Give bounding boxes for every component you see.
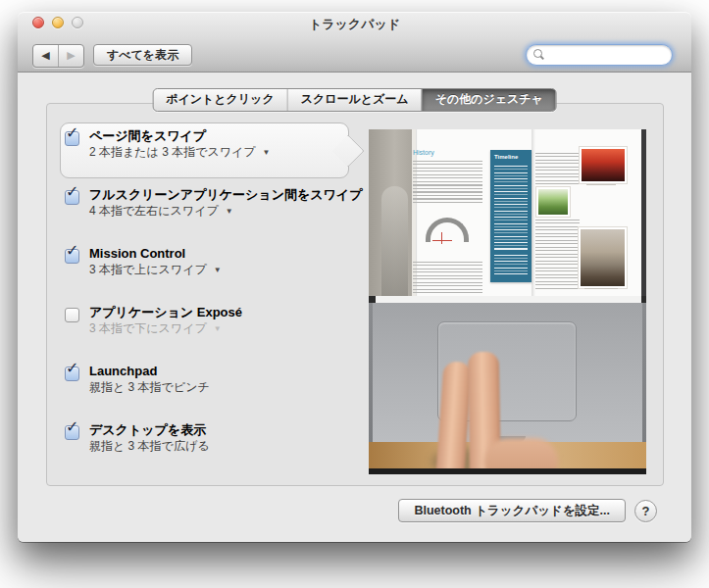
tab-more-gestures[interactable]: その他のジェスチャ bbox=[422, 89, 556, 111]
video-text-lines bbox=[535, 220, 580, 291]
gesture-option-dropdown[interactable]: 3 本指で下にスワイプ▼ bbox=[89, 320, 242, 337]
history-nav: ◀ ▶ bbox=[32, 44, 84, 68]
help-button[interactable]: ? bbox=[634, 500, 657, 522]
tab-bar: ポイントとクリック スクロールとズーム その他のジェスチャ bbox=[152, 88, 557, 112]
video-photo-tower-bridge bbox=[579, 227, 627, 288]
dropdown-arrow-icon: ▼ bbox=[263, 148, 271, 157]
trackpad-preferences-window: トラックパッド ◀ ▶ すべてを表示 ポイントとクリック スクロールとズーム そ… bbox=[18, 12, 691, 542]
window-body: ポイントとクリック スクロールとズーム その他のジェスチャ ✓ ページ間をスワイ… bbox=[18, 73, 691, 542]
gesture-title: デスクトップを表示 bbox=[89, 422, 209, 438]
gesture-option-dropdown[interactable]: 4 本指で左右にスワイプ▼ bbox=[89, 203, 362, 220]
gesture-item-mission-control[interactable]: ✓ Mission Control 3 本指で上にスワイプ▼ bbox=[65, 246, 222, 278]
checkmark-icon: ✓ bbox=[66, 419, 78, 435]
video-photo-landscape bbox=[536, 187, 570, 217]
gesture-item-swipe-between-fullscreen-apps[interactable]: ✓ フルスクリーンアプリケーション間をスワイプ 4 本指で左右にスワイプ▼ bbox=[65, 187, 362, 220]
video-arch-diagram bbox=[426, 218, 469, 242]
video-photo-caption bbox=[586, 184, 616, 185]
setup-bluetooth-trackpad-button[interactable]: Bluetooth トラックパッドを設定... bbox=[398, 499, 626, 522]
gesture-item-launchpad[interactable]: ✓ Launchpad 親指と 3 本指でピンチ bbox=[65, 364, 210, 395]
video-timeline-sidebar: Timeline bbox=[490, 150, 532, 282]
gesture-demo-video: History Timeline bbox=[369, 129, 646, 474]
forward-button: ▶ bbox=[58, 45, 83, 67]
video-trackpad-scene bbox=[369, 303, 646, 474]
gesture-title: ページ間をスワイプ bbox=[89, 128, 271, 144]
gestures-panel: ✓ ページ間をスワイプ 2 本指または 3 本指でスワイプ▼ ✓ フルスクリーン… bbox=[46, 103, 664, 486]
video-timeline-title: Timeline bbox=[490, 150, 532, 160]
checkbox-checked[interactable]: ✓ bbox=[65, 367, 79, 381]
gesture-subtitle-text: 親指と 3 本指で広げる bbox=[89, 439, 209, 453]
checkbox-checked[interactable]: ✓ bbox=[65, 425, 79, 440]
gesture-title: Mission Control bbox=[89, 246, 222, 262]
video-laptop-edge bbox=[642, 303, 646, 442]
video-text-lines bbox=[413, 262, 482, 294]
video-screen-bottom bbox=[369, 296, 646, 303]
video-turning-page-photo bbox=[381, 186, 408, 296]
video-text-lines bbox=[535, 153, 580, 186]
gesture-subtitle: 親指と 3 本指で広げる bbox=[89, 438, 209, 454]
video-photo-sunset-bridge bbox=[580, 147, 627, 183]
gesture-title: フルスクリーンアプリケーション間をスワイプ bbox=[89, 187, 362, 203]
gesture-item-app-expose[interactable]: アプリケーション Exposé 3 本指で下にスワイプ▼ bbox=[65, 305, 242, 337]
checkmark-icon: ✓ bbox=[66, 361, 78, 376]
gesture-subtitle-text: 親指と 3 本指でピンチ bbox=[89, 380, 210, 394]
show-all-button[interactable]: すべてを表示 bbox=[93, 44, 192, 66]
gesture-subtitle: 2 本指または 3 本指でスワイプ bbox=[89, 145, 256, 159]
video-timeline-lines bbox=[494, 166, 528, 277]
video-book-scene: History Timeline bbox=[369, 129, 646, 303]
video-photo-caption bbox=[584, 288, 618, 289]
gesture-subtitle: 4 本指で左右にスワイプ bbox=[89, 204, 219, 218]
gesture-option-dropdown[interactable]: 3 本指で上にスワイプ▼ bbox=[89, 262, 222, 278]
checkmark-icon: ✓ bbox=[66, 125, 78, 141]
gesture-title: Launchpad bbox=[89, 364, 210, 379]
search-input[interactable] bbox=[526, 44, 673, 66]
video-desk-edge bbox=[369, 468, 646, 474]
gesture-title: アプリケーション Exposé bbox=[89, 305, 242, 320]
window-title: トラックパッド bbox=[18, 16, 691, 33]
dropdown-arrow-icon: ▼ bbox=[214, 266, 222, 274]
checkbox-unchecked[interactable] bbox=[65, 308, 79, 322]
checkbox-checked[interactable]: ✓ bbox=[65, 190, 79, 205]
gesture-subtitle: 親指と 3 本指でピンチ bbox=[89, 379, 210, 395]
checkbox-checked[interactable]: ✓ bbox=[65, 131, 79, 146]
dropdown-arrow-icon: ▼ bbox=[226, 207, 233, 216]
back-button[interactable]: ◀ bbox=[33, 45, 58, 67]
gesture-item-show-desktop[interactable]: ✓ デスクトップを表示 親指と 3 本指で広げる bbox=[65, 422, 209, 454]
gesture-subtitle: 3 本指で下にスワイプ bbox=[89, 321, 207, 335]
tab-scroll-and-zoom[interactable]: スクロールとズーム bbox=[287, 89, 422, 111]
gesture-item-swipe-between-pages[interactable]: ✓ ページ間をスワイプ 2 本指または 3 本指でスワイプ▼ bbox=[65, 128, 271, 161]
window-header: トラックパッド ◀ ▶ すべてを表示 bbox=[18, 12, 691, 73]
video-screen-corner bbox=[369, 296, 376, 303]
video-text-lines bbox=[413, 161, 482, 205]
search-icon bbox=[533, 49, 542, 58]
checkmark-icon: ✓ bbox=[66, 184, 78, 200]
video-screen-bezel bbox=[641, 129, 646, 296]
dropdown-arrow-icon: ▼ bbox=[214, 324, 222, 333]
footer-bar: Bluetooth トラックパッドを設定... ? bbox=[398, 499, 657, 522]
checkmark-icon: ✓ bbox=[66, 243, 78, 259]
gesture-subtitle: 3 本指で上にスワイプ bbox=[89, 263, 207, 276]
tab-point-and-click[interactable]: ポイントとクリック bbox=[153, 89, 287, 111]
checkbox-checked[interactable]: ✓ bbox=[65, 249, 79, 264]
video-laptop-edge bbox=[369, 303, 373, 442]
video-history-heading: History bbox=[413, 149, 434, 156]
screenshot-stage: トラックパッド ◀ ▶ すべてを表示 ポイントとクリック スクロールとズーム そ… bbox=[0, 0, 709, 588]
gesture-option-dropdown[interactable]: 2 本指または 3 本指でスワイプ▼ bbox=[89, 144, 271, 161]
video-screen-corner bbox=[641, 296, 646, 303]
